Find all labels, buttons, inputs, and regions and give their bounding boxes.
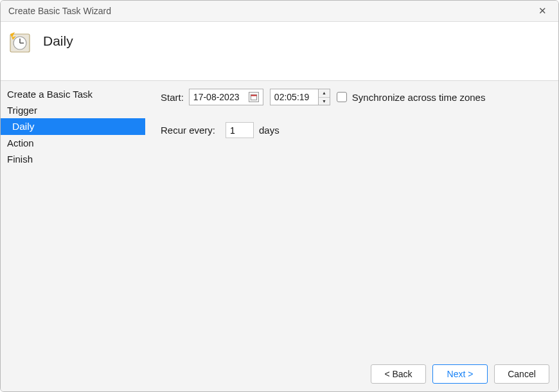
wizard-footer: < Back Next > Cancel <box>1 357 558 391</box>
wizard-header: Daily <box>1 22 558 81</box>
recur-row: Recur every: days <box>161 122 547 138</box>
sync-timezones-option[interactable]: Synchronize across time zones <box>337 92 486 103</box>
cancel-button[interactable]: Cancel <box>494 364 549 384</box>
recur-unit-label: days <box>259 125 280 136</box>
back-button[interactable]: < Back <box>371 364 426 384</box>
start-time-value: 02:05:19 <box>274 92 318 102</box>
sync-timezones-label: Synchronize across time zones <box>352 92 486 103</box>
start-date-value: 17-08-2023 <box>193 92 249 102</box>
titlebar: Create Basic Task Wizard ✕ <box>1 1 558 22</box>
sidebar-item-daily[interactable]: Daily <box>1 118 145 135</box>
svg-rect-6 <box>251 95 256 96</box>
spinner-up-icon[interactable]: ▲ <box>319 89 330 98</box>
recur-interval-input[interactable] <box>226 122 254 138</box>
next-button[interactable]: Next > <box>432 364 488 384</box>
sidebar-item-create-basic-task[interactable]: Create a Basic Task <box>1 86 145 102</box>
sidebar-item-trigger[interactable]: Trigger <box>1 102 145 118</box>
main-area: Create a Basic Task Trigger Daily Action… <box>1 81 558 357</box>
task-wizard-icon <box>8 31 31 54</box>
spinner-down-icon[interactable]: ▼ <box>319 98 330 105</box>
start-time-field[interactable]: 02:05:19 ▲ ▼ <box>270 89 330 105</box>
time-spinner: ▲ ▼ <box>318 89 330 105</box>
page-title: Daily <box>43 33 73 49</box>
start-row: Start: 17-08-2023 02:05:19 ▲ ▼ <box>161 89 547 105</box>
recur-label: Recur every: <box>161 125 215 136</box>
wizard-steps-sidebar: Create a Basic Task Trigger Daily Action… <box>1 81 145 357</box>
sidebar-item-action[interactable]: Action <box>1 135 145 151</box>
close-icon[interactable]: ✕ <box>535 4 551 18</box>
start-label: Start: <box>161 92 184 103</box>
calendar-dropdown-icon[interactable] <box>249 92 259 102</box>
wizard-content: Start: 17-08-2023 02:05:19 ▲ ▼ <box>145 81 558 357</box>
sidebar-item-finish[interactable]: Finish <box>1 151 145 167</box>
window-title: Create Basic Task Wizard <box>8 6 111 16</box>
start-date-field[interactable]: 17-08-2023 <box>189 89 263 105</box>
sync-timezones-checkbox[interactable] <box>337 92 347 102</box>
